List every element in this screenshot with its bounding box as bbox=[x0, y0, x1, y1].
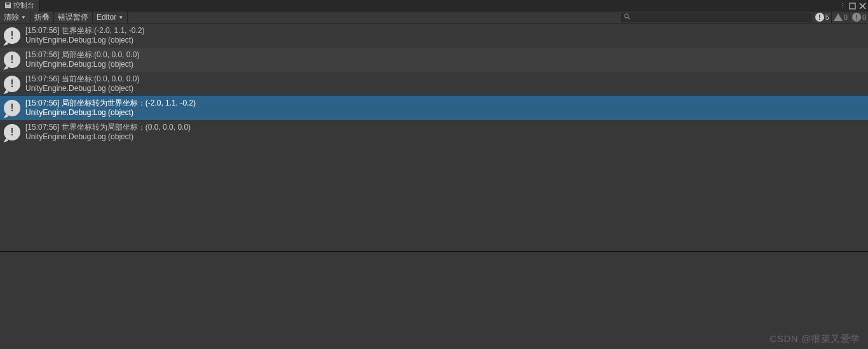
close-icon[interactable] bbox=[858, 2, 867, 10]
info-icon: ! bbox=[4, 124, 20, 140]
log-text: [15:07:56] 局部坐标:(0.0, 0.0, 0.0)UnityEngi… bbox=[25, 50, 139, 69]
log-row[interactable]: ![15:07:56] 局部坐标:(0.0, 0.0, 0.0)UnityEng… bbox=[0, 48, 868, 72]
log-row[interactable]: ![15:07:56] 世界坐标转为局部坐标：(0.0, 0.0, 0.0)Un… bbox=[0, 120, 868, 144]
svg-rect-0 bbox=[850, 3, 855, 9]
log-text: [15:07:56] 世界坐标:(-2.0, 1.1, -0.2)UnityEn… bbox=[25, 26, 144, 45]
log-text: [15:07:56] 世界坐标转为局部坐标：(0.0, 0.0, 0.0)Uni… bbox=[25, 123, 191, 142]
svg-point-3 bbox=[625, 14, 628, 18]
log-row[interactable]: ![15:07:56] 世界坐标:(-2.0, 1.1, -0.2)UnityE… bbox=[0, 24, 868, 48]
window-controls: ⋮ bbox=[838, 0, 867, 11]
chevron-down-icon: ▼ bbox=[118, 15, 123, 20]
error-pause-button[interactable]: 错误暂停 bbox=[54, 11, 93, 24]
log-text: [15:07:56] 局部坐标转为世界坐标：(-2.0, 1.1, -0.2)U… bbox=[25, 99, 196, 118]
search-icon bbox=[624, 13, 630, 21]
menu-icon[interactable]: ⋮ bbox=[838, 2, 846, 10]
tab-console[interactable]: 控制台 bbox=[0, 0, 40, 11]
detail-panel bbox=[0, 251, 868, 348]
log-row[interactable]: ![15:07:56] 局部坐标转为世界坐标：(-2.0, 1.1, -0.2)… bbox=[0, 96, 868, 120]
tab-title: 控制台 bbox=[13, 1, 34, 10]
svg-marker-5 bbox=[834, 13, 843, 21]
log-list: ![15:07:56] 世界坐标:(-2.0, 1.1, -0.2)UnityE… bbox=[0, 24, 868, 251]
warning-icon bbox=[834, 13, 843, 22]
error-counter[interactable]: ! 0 bbox=[850, 11, 868, 24]
error-icon: ! bbox=[852, 13, 861, 22]
collapse-button[interactable]: 折叠 bbox=[31, 11, 54, 24]
console-icon bbox=[5, 3, 11, 8]
svg-line-4 bbox=[628, 18, 630, 20]
info-icon: ! bbox=[4, 27, 20, 44]
log-row[interactable]: ![15:07:56] 当前坐标:(0.0, 0.0, 0.0)UnityEng… bbox=[0, 72, 868, 96]
clear-button[interactable]: 清除 ▼ bbox=[0, 11, 31, 24]
info-icon: ! bbox=[815, 13, 824, 22]
warning-counter[interactable]: 0 bbox=[831, 11, 850, 24]
tab-bar: 控制台 ⋮ bbox=[0, 0, 868, 11]
search-input[interactable] bbox=[621, 13, 811, 22]
log-text: [15:07:56] 当前坐标:(0.0, 0.0, 0.0)UnityEngi… bbox=[25, 74, 139, 93]
toolbar: 清除 ▼ 折叠 错误暂停 Editor ▼ ! 5 0 ! 0 bbox=[0, 11, 868, 24]
chevron-down-icon: ▼ bbox=[21, 15, 26, 20]
info-icon: ! bbox=[4, 76, 20, 92]
info-icon: ! bbox=[4, 51, 20, 68]
maximize-icon[interactable] bbox=[848, 2, 857, 10]
editor-dropdown[interactable]: Editor ▼ bbox=[93, 11, 128, 24]
info-icon: ! bbox=[4, 100, 20, 116]
info-counter[interactable]: ! 5 bbox=[813, 11, 831, 24]
counters: ! 5 0 ! 0 bbox=[813, 11, 868, 24]
